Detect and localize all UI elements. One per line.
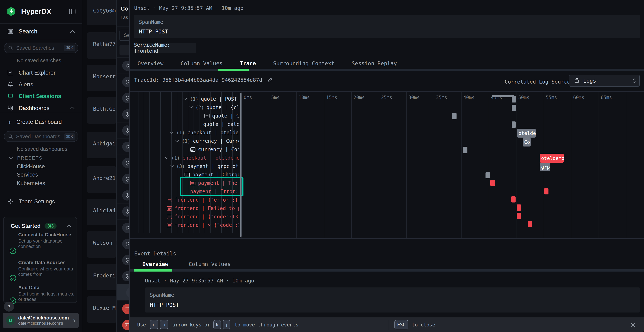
session-event-row-error[interactable]	[117, 301, 129, 317]
tab-surrounding-context[interactable]: Surrounding Context	[273, 60, 334, 66]
session-event-row[interactable]	[117, 268, 129, 284]
saved-searches-input[interactable]: ⌘K	[4, 42, 78, 53]
session-card[interactable]: Frederic	[87, 264, 116, 290]
session-event-row[interactable]	[117, 122, 129, 139]
session-event-row[interactable]	[117, 90, 129, 106]
session-event-row-selected[interactable]	[117, 284, 129, 301]
session-card[interactable]: Wilson_H	[87, 231, 116, 258]
tree-scrollbar[interactable]	[240, 93, 242, 237]
session-card[interactable]: Alicia42	[87, 199, 116, 225]
span-bar[interactable]	[463, 147, 468, 153]
session-event-row-error[interactable]	[117, 317, 129, 332]
span-bar-chip[interactable]: Co	[523, 138, 530, 146]
session-event-row[interactable]	[117, 155, 129, 171]
chevron-down-icon[interactable]	[183, 98, 188, 100]
tab-column-values[interactable]: Column Values	[181, 60, 223, 66]
trace-row[interactable]: payment | Charge …	[184, 170, 239, 179]
saved-dashboards-input[interactable]: ⌘K	[4, 131, 78, 142]
session-event-row[interactable]	[117, 204, 129, 220]
tab-overview[interactable]: Overview	[138, 60, 164, 66]
trace-row-error[interactable]: frontend | Failed to place…	[167, 204, 239, 212]
chevron-up-icon[interactable]	[66, 225, 72, 228]
span-bar[interactable]	[512, 96, 516, 102]
chevron-down-icon[interactable]	[189, 106, 193, 109]
sidebar-item-team-settings[interactable]: Team Settings	[0, 195, 82, 208]
chevron-down-icon[interactable]	[170, 165, 174, 168]
trace-row-error-selected[interactable]: payment | Error: The …	[190, 187, 239, 196]
preset-services[interactable]: Services	[0, 170, 82, 179]
span-bar-chip-error[interactable]: oteldemo.	[540, 154, 564, 162]
right-arrow-key[interactable]: →	[160, 320, 168, 329]
session-event-row[interactable]	[117, 252, 129, 268]
session-event-row[interactable]	[117, 220, 129, 236]
session-event-row[interactable]	[117, 187, 129, 204]
session-event-row[interactable]	[117, 139, 129, 155]
sidebar-item-search[interactable]: Search	[0, 24, 82, 39]
get-started-item[interactable]: Connect to ClickHouse Set up your databa…	[18, 232, 76, 249]
tab-event-overview[interactable]: Overview	[142, 261, 168, 267]
left-arrow-key[interactable]: ←	[150, 320, 158, 329]
sidebar-item-client-sessions[interactable]: Client Sessions	[0, 90, 82, 102]
saved-searches-field[interactable]	[16, 45, 64, 51]
session-card[interactable]: Andre21@	[87, 166, 116, 193]
span-bar-chip[interactable]: oteldemo.	[517, 128, 536, 138]
edit-pencil-icon[interactable]	[267, 77, 273, 83]
tab-session-replay[interactable]: Session Replay	[352, 60, 397, 66]
preset-kubernetes[interactable]: Kubernetes	[0, 179, 82, 188]
j-key[interactable]: j	[223, 320, 230, 329]
trace-row[interactable]: currency | Conv…	[190, 145, 239, 154]
trace-row[interactable]: (1) checkout | oteldemo.…	[170, 128, 239, 137]
get-started-item[interactable]: Add Data Start sending logs, metrics, or…	[18, 285, 77, 302]
span-bar[interactable]	[486, 172, 490, 178]
trace-row[interactable]: quote | C…	[204, 112, 239, 120]
session-event-row[interactable]	[117, 171, 129, 187]
session-search-input[interactable]	[120, 30, 129, 41]
trace-row[interactable]: quote | calc…	[203, 120, 239, 128]
presets-toggle[interactable]: PRESETS	[0, 154, 82, 162]
session-toolbar-button[interactable]	[120, 45, 129, 56]
chevron-down-icon[interactable]	[164, 156, 169, 159]
trace-row[interactable]: (1) currency | Currenc…	[175, 137, 239, 145]
session-card[interactable]: Monserra	[87, 65, 116, 91]
close-icon[interactable]	[629, 321, 636, 328]
session-event-row[interactable]	[117, 58, 129, 74]
correlated-log-source-select[interactable]: Logs	[569, 75, 640, 86]
get-started-item[interactable]: Create Data Sources Configure where your…	[18, 260, 77, 277]
chevron-down-icon[interactable]	[175, 140, 180, 142]
trace-row-error-selected[interactable]: payment | The cre…	[190, 179, 239, 187]
preset-clickhouse[interactable]: ClickHouse	[0, 162, 82, 171]
user-menu[interactable]: D dale@clickhouse.com dale@clickhouse.co…	[3, 313, 79, 328]
trace-row-error[interactable]: (1) checkout | oteldemo.Pa…	[164, 154, 239, 162]
trace-row[interactable]: (2) quote | {cl…	[189, 103, 239, 112]
session-event-row[interactable]	[117, 106, 129, 122]
create-dashboard-button[interactable]: + Create Dashboard	[0, 116, 82, 128]
trace-row-error[interactable]: frontend | {"error":{"code…	[167, 196, 239, 204]
sidebar-item-chart-explorer[interactable]: Chart Explorer	[0, 66, 82, 79]
span-bar-error[interactable]	[544, 188, 548, 194]
tab-trace[interactable]: Trace	[240, 60, 256, 66]
span-bar-error[interactable]	[517, 213, 521, 219]
session-card[interactable]: Abbigail	[87, 132, 116, 158]
session-card[interactable]: Retha77@	[87, 32, 116, 59]
span-bar-error[interactable]	[490, 180, 495, 186]
chevron-down-icon[interactable]	[170, 131, 174, 134]
span-bar-partial[interactable]	[492, 95, 514, 97]
sidebar-item-alerts[interactable]: Alerts	[0, 78, 82, 91]
span-bar[interactable]	[512, 105, 516, 111]
span-bar-error[interactable]	[517, 204, 521, 211]
trace-row[interactable]: (3) payment | grpc.oteld…	[170, 162, 239, 170]
saved-dashboards-field[interactable]	[16, 134, 64, 140]
span-bar-chip[interactable]: grpc	[540, 162, 550, 171]
session-card[interactable]: Beth.Gol	[87, 97, 116, 124]
k-key[interactable]: k	[214, 320, 221, 329]
tab-event-column-values[interactable]: Column Values	[189, 261, 231, 267]
span-bar-error[interactable]	[528, 221, 532, 227]
trace-row-error[interactable]: frontend | × {"code":13,"d…	[167, 221, 239, 229]
session-event-row[interactable]	[117, 74, 129, 90]
span-bar-error[interactable]	[511, 196, 516, 202]
collapse-sidebar-icon[interactable]	[68, 8, 76, 16]
session-event-row[interactable]	[117, 236, 129, 252]
span-bar[interactable]	[452, 113, 456, 119]
esc-key[interactable]: ESC	[394, 320, 408, 329]
trace-row[interactable]: (1) quote | POST …	[183, 95, 239, 103]
